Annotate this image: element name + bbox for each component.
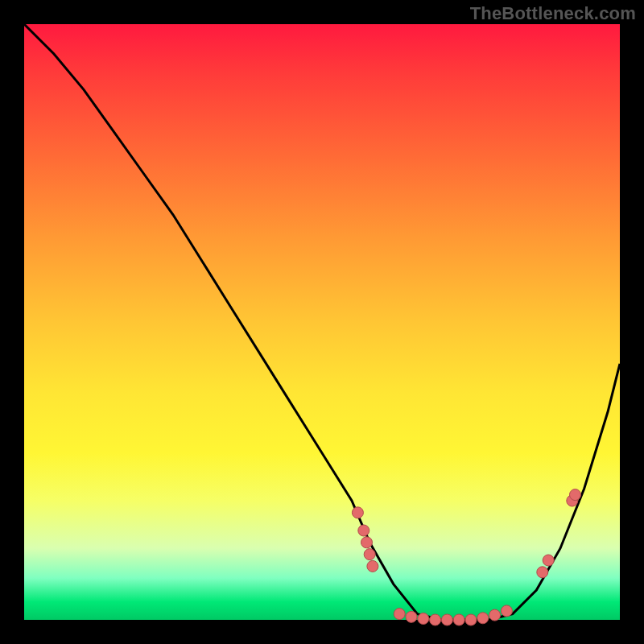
- data-point: [358, 525, 369, 536]
- chart-svg: [24, 24, 620, 620]
- watermark-text: TheBottleneck.com: [470, 3, 636, 24]
- data-point: [570, 489, 581, 501]
- data-point: [501, 605, 512, 617]
- chart-frame: TheBottleneck.com: [0, 0, 644, 644]
- data-point: [477, 613, 489, 624]
- data-point: [418, 613, 429, 625]
- data-point: [406, 611, 417, 622]
- data-point: [465, 614, 477, 625]
- data-point: [543, 555, 554, 566]
- data-point: [364, 549, 375, 560]
- data-point: [489, 609, 501, 621]
- data-point: [441, 614, 452, 625]
- bottleneck-curve: [24, 24, 620, 620]
- data-point: [361, 537, 373, 548]
- data-point: [352, 507, 363, 518]
- data-point: [537, 567, 548, 578]
- data-points-group: [352, 489, 580, 625]
- data-point: [394, 609, 405, 620]
- data-point: [453, 614, 464, 625]
- data-point: [367, 560, 378, 572]
- data-point: [430, 614, 441, 625]
- plot-area: [24, 24, 620, 620]
